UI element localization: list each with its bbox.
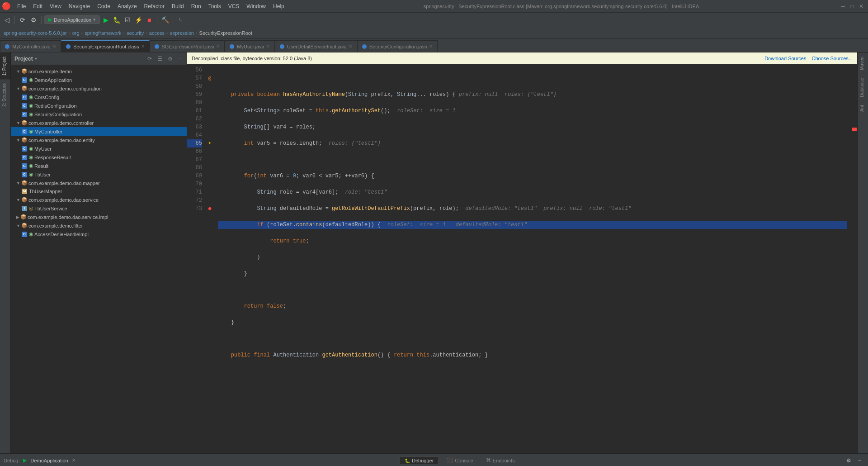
run-btn[interactable]: ▶ <box>101 15 111 25</box>
toolbar: ◁ ⟳ ⚙ ▶ DemoApplication ▾ ▶ 🐛 ☑ ⚡ ■ 🔨 ⑂ <box>0 13 868 27</box>
class-icon: C <box>22 155 27 160</box>
project-panel: Project ▾ ⟳ ☰ ⚙ − ▼ 📦 com.example.demo C… <box>11 52 187 453</box>
class-icon: C <box>22 129 27 134</box>
tab-mycontroller[interactable]: MyController.java ✕ <box>0 40 61 52</box>
project-close-btn[interactable]: − <box>176 55 183 63</box>
bc-expression[interactable]: expression <box>170 30 194 36</box>
close-tab-mycontroller[interactable]: ✕ <box>52 44 56 49</box>
tree-tbuser[interactable]: C ◉ TbUser <box>11 170 187 179</box>
close-tab-uds[interactable]: ✕ <box>349 44 352 49</box>
close-tab-sg[interactable]: ✕ <box>216 44 220 49</box>
class-icon: C <box>22 112 27 117</box>
menu-vcs[interactable]: VCS <box>225 2 243 10</box>
debug-settings-btn[interactable]: ⚙ <box>844 456 854 466</box>
debug-close-icon[interactable]: ✕ <box>72 458 75 463</box>
tree-corsconfig[interactable]: C ◉ CorsConfig <box>11 93 187 101</box>
tree-entity[interactable]: ▼ 📦 com.example.demo.dao.entity <box>11 136 187 144</box>
tab-sgexpressionroot[interactable]: SGExpressionRoot.java ✕ <box>150 40 225 52</box>
coverage-btn[interactable]: ☑ <box>123 15 132 25</box>
project-filter-btn[interactable]: ☰ <box>156 55 164 63</box>
debug-tab-debugger[interactable]: 🐛 Debugger <box>400 456 439 464</box>
menu-run[interactable]: Run <box>188 2 205 10</box>
choose-sources-link[interactable]: Choose Sources... <box>812 56 853 61</box>
menu-code[interactable]: Code <box>94 2 114 10</box>
tree-mapper[interactable]: ▼ 📦 com.example.demo.dao.mapper <box>11 179 187 187</box>
folder-icon: 📦 <box>21 197 28 203</box>
tree-arrow: ▼ <box>16 223 20 228</box>
toolbar-config-btn[interactable]: ⚙ <box>28 15 38 25</box>
tree-securityconfig[interactable]: C ◉ SecurityConfiguration <box>11 110 187 119</box>
menu-view[interactable]: View <box>46 2 65 10</box>
close-tab-myuser[interactable]: ✕ <box>266 44 270 49</box>
vtab-project[interactable]: 1: Project <box>0 52 10 79</box>
project-settings-btn[interactable]: ⚙ <box>166 55 175 63</box>
vtab-maven[interactable]: Maven <box>858 52 868 74</box>
menu-refactor[interactable]: Refactor <box>141 2 168 10</box>
tree-service[interactable]: ▼ 📦 com.example.demo.dao.service <box>11 195 187 204</box>
bc-org[interactable]: org <box>72 30 80 36</box>
class-icon: C <box>22 172 27 177</box>
git-btn[interactable]: ⑂ <box>176 15 186 25</box>
menu-navigate[interactable]: Navigate <box>65 2 94 10</box>
tree-controller[interactable]: ▼ 📦 com.example.demo.controller <box>11 119 187 127</box>
debug-tab-console[interactable]: ⬛ Console <box>442 456 477 464</box>
debug-minimize-btn[interactable]: − <box>854 456 864 466</box>
stop-btn[interactable]: ■ <box>144 15 154 25</box>
run-config-selector[interactable]: ▶ DemoApplication ▾ <box>44 15 100 24</box>
debug-tab-endpoints[interactable]: ⌘ Endpoints <box>481 456 519 464</box>
class-icon: C <box>22 163 27 169</box>
tree-configuration[interactable]: ▼ 📦 com.example.demo.configuration <box>11 84 187 93</box>
window-title: springsecurity - SecurityExpressionRoot.… <box>424 4 699 9</box>
toolbar-back-btn[interactable]: ◁ <box>2 15 12 25</box>
tree-tbuserservice[interactable]: I ◎ TbUserService <box>11 204 187 213</box>
vtab-database[interactable]: Database <box>858 74 868 101</box>
code-content[interactable]: private boolean hasAnyAuthorityName(Stri… <box>214 64 851 453</box>
close-tab-secconf[interactable]: ✕ <box>429 44 433 49</box>
toolbar-sync-btn[interactable]: ⟳ <box>18 15 28 25</box>
tree-service-impl[interactable]: ▶ 📦 com.example.demo.dao.service.impl <box>11 213 187 221</box>
vtab-structure[interactable]: 2: Structure <box>0 79 10 110</box>
tree-tbusermapper[interactable]: M TbUserMapper <box>11 187 187 195</box>
bc-access[interactable]: access <box>149 30 165 36</box>
right-scroll-gutter[interactable] <box>851 64 857 453</box>
bc-jar[interactable]: spring-security-core-5.6.0.jar <box>4 30 67 36</box>
tab-securityconfig[interactable]: SecurityConfiguration.java ✕ <box>357 40 438 52</box>
tree-filter[interactable]: ▼ 📦 com.example.demo.fifter <box>11 221 187 230</box>
maximize-btn[interactable]: □ <box>848 3 856 10</box>
close-tab-security[interactable]: ✕ <box>141 44 145 49</box>
tree-result[interactable]: C ◉ Result <box>11 162 187 170</box>
menu-edit[interactable]: Edit <box>29 2 46 10</box>
debug-btn[interactable]: 🐛 <box>112 15 122 25</box>
tree-accessdeniehandler[interactable]: C ◉ AccessDenieHandleImpl <box>11 230 187 238</box>
minimize-btn[interactable]: ─ <box>838 3 848 10</box>
bc-security[interactable]: security <box>127 30 144 36</box>
debug-toolbar-right: ⚙ − <box>844 456 864 466</box>
menu-file[interactable]: File <box>14 2 29 10</box>
menu-build[interactable]: Build <box>168 2 188 10</box>
menu-help[interactable]: Help <box>269 2 288 10</box>
menu-analyze[interactable]: Analyze <box>114 2 141 10</box>
tab-myuser[interactable]: MyUser.java ✕ <box>225 40 275 52</box>
tab-securityexpressionroot[interactable]: SecurityExpressionRoot.class ✕ <box>61 40 150 52</box>
tree-mycontroller[interactable]: C ◉ MyController <box>11 127 187 136</box>
profiler-btn[interactable]: ⚡ <box>133 15 143 25</box>
tree-com-example-demo[interactable]: ▼ 📦 com.example.demo <box>11 67 187 76</box>
close-btn[interactable]: ✕ <box>856 3 866 10</box>
code-area[interactable]: 56 57 58 59 60 61 62 63 64 65 66 67 68 6… <box>187 64 857 453</box>
tree-responseresult[interactable]: C ◉ ResponseResult <box>11 153 187 162</box>
project-sync-btn[interactable]: ⟳ <box>146 55 154 63</box>
build-btn[interactable]: 🔨 <box>160 15 170 25</box>
menu-window[interactable]: Window <box>243 2 269 10</box>
menu-tools[interactable]: Tools <box>205 2 225 10</box>
download-sources-link[interactable]: Download Sources <box>764 56 806 61</box>
debug-app-name[interactable]: DemoApplication <box>30 458 68 463</box>
breadcrumb: spring-security-core-5.6.0.jar › org › s… <box>0 27 868 39</box>
tab-userdetailservice[interactable]: UserDetailServiceImpl.java ✕ <box>275 40 357 52</box>
tree-arrow: ▼ <box>16 198 20 202</box>
tree-redisconfig[interactable]: C ◉ RedisConfiguration <box>11 101 187 110</box>
tree-demoapplication[interactable]: C ◉ DemoApplication <box>11 76 187 84</box>
vtab-ant[interactable]: Ant <box>858 101 868 115</box>
bc-springframework[interactable]: springframework <box>85 30 121 36</box>
tree-myuser[interactable]: C ◉ MyUser <box>11 144 187 153</box>
debug-app-icon: ▶ <box>23 457 27 463</box>
